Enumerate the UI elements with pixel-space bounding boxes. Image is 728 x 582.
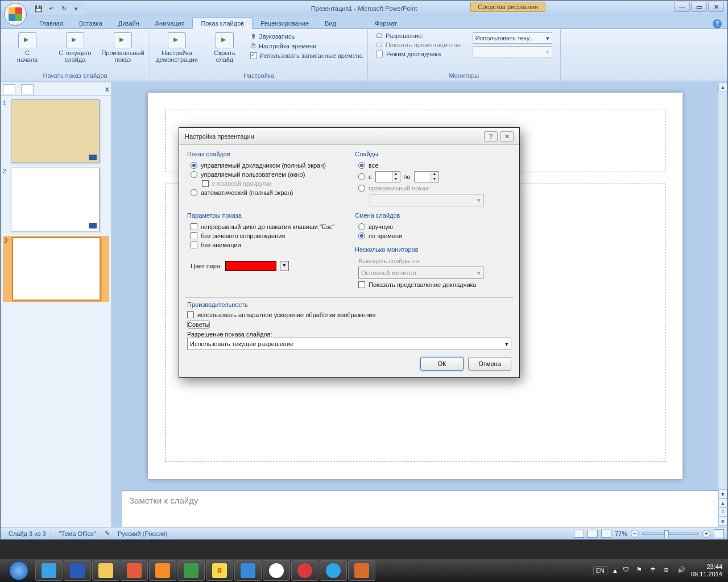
scroll-up-icon[interactable]: ▴ — [718, 82, 727, 92]
taskbar-opera[interactable] — [291, 560, 318, 581]
radio-all-slides[interactable]: все — [355, 161, 511, 170]
tab-format[interactable]: Формат — [367, 18, 405, 28]
radio-browsed[interactable]: управляемый пользователем (окно) — [187, 170, 344, 179]
show-on-dropdown: ▾ — [473, 46, 552, 57]
slideshow-view-button[interactable] — [601, 530, 611, 538]
quick-access-toolbar: 💾 ↶ ↻ ▾ — [29, 2, 86, 15]
start-button[interactable] — [3, 560, 34, 581]
redo-icon[interactable]: ↻ — [59, 3, 69, 14]
outline-tab[interactable] — [21, 84, 34, 94]
tray-antivirus-icon[interactable]: ☂ — [650, 566, 659, 575]
tray-clock[interactable]: 23:4409.11.2014 — [691, 563, 725, 578]
presenter-view-checkbox[interactable]: Режим докладчика — [376, 51, 462, 57]
taskbar-ie[interactable] — [35, 560, 63, 581]
zoom-level[interactable]: 77% — [615, 530, 627, 537]
spellcheck-icon[interactable]: ✎ — [105, 530, 110, 537]
tab-design[interactable]: Дизайн — [110, 18, 147, 28]
custom-show-button[interactable]: Произвольный показ — [101, 31, 145, 72]
help-icon[interactable]: ? — [713, 19, 722, 28]
taskbar-wmp[interactable] — [149, 560, 176, 581]
next-slide-icon[interactable]: ▾ — [718, 517, 727, 526]
language-status[interactable]: Русский (Россия) — [113, 530, 172, 537]
dialog-titlebar[interactable]: Настройка презентации ? ✕ — [179, 128, 519, 145]
use-timings-checkbox[interactable]: Использовать записанные времена — [250, 52, 363, 60]
pen-color-swatch[interactable] — [225, 261, 276, 271]
office-button[interactable] — [4, 3, 27, 26]
language-indicator[interactable]: EN — [593, 566, 607, 575]
taskbar-explorer[interactable] — [92, 560, 119, 581]
dialog-help-button[interactable]: ? — [484, 131, 498, 142]
tab-slideshow[interactable]: Показ слайдов — [192, 17, 253, 29]
radio-range[interactable]: с ▲▼ по ▲▼ — [355, 170, 511, 184]
to-spin[interactable]: ▲▼ — [414, 171, 439, 182]
custom-show-dropdown: ▾ — [370, 194, 483, 206]
taskbar-skype[interactable] — [320, 560, 347, 581]
check-no-animation[interactable]: без анимации — [187, 240, 344, 250]
taskbar-word[interactable] — [64, 560, 91, 581]
radio-kiosk[interactable]: автоматический (полный экран) — [187, 188, 344, 197]
record-narration-button[interactable]: 🎙Звукозапись — [250, 32, 363, 40]
fit-to-window-button[interactable] — [714, 529, 724, 538]
taskbar-app1[interactable] — [121, 560, 148, 581]
zoom-in-button[interactable]: + — [702, 530, 710, 538]
slide-panel: x 1 2 3 — [1, 82, 112, 527]
tips-button[interactable]: Советы — [187, 321, 210, 329]
panel-close-icon[interactable]: x — [105, 85, 109, 93]
check-hw-accel[interactable]: использовать аппаратное ускорение обрабо… — [187, 311, 511, 318]
from-beginning-button[interactable]: С начала — [5, 31, 49, 72]
tab-animation[interactable]: Анимация — [147, 18, 193, 28]
taskbar-powerpoint[interactable] — [348, 560, 375, 581]
maximize-button[interactable]: ▭ — [691, 2, 707, 12]
resolution-dropdown[interactable]: Использовать теку...▾ — [473, 32, 552, 44]
scroll-down-icon[interactable]: ▾ — [718, 489, 727, 498]
minimize-button[interactable]: — — [674, 2, 690, 12]
check-scrollbar: с полосой прокрутки — [187, 179, 344, 188]
sorter-view-button[interactable] — [588, 530, 598, 538]
from-spin[interactable]: ▲▼ — [375, 171, 400, 182]
from-current-button[interactable]: С текущего слайда — [53, 31, 97, 72]
slide-thumb-1[interactable]: 1 — [3, 99, 109, 163]
tray-flag-icon[interactable]: ⚑ — [636, 566, 646, 575]
zoom-out-button[interactable]: − — [631, 530, 639, 538]
taskbar-yandex[interactable]: Я — [206, 560, 233, 581]
undo-icon[interactable]: ↶ — [46, 3, 56, 14]
rehearse-timings-button[interactable]: ⏱Настройка времени — [250, 42, 363, 50]
slide-thumb-2[interactable]: 2 — [3, 168, 109, 231]
normal-view-button[interactable] — [574, 530, 584, 538]
pen-color-dropdown[interactable]: ▾ — [280, 261, 289, 271]
slides-tab[interactable] — [3, 84, 15, 94]
tab-view[interactable]: Вид — [317, 18, 344, 28]
taskbar-app2[interactable] — [234, 560, 262, 581]
taskbar-app3[interactable] — [263, 560, 290, 581]
qat-more-icon[interactable]: ▾ — [71, 3, 81, 14]
check-presenter-view[interactable]: Показать представление докладчика — [355, 280, 511, 289]
setup-show-dialog: Настройка презентации ? ✕ Показ слайдов … — [179, 127, 520, 378]
close-button[interactable]: ✕ — [708, 2, 724, 12]
ok-button[interactable]: ОК — [420, 357, 464, 371]
tab-review[interactable]: Рецензирование — [253, 18, 317, 28]
dialog-close-button[interactable]: ✕ — [500, 131, 514, 142]
setup-show-button[interactable]: Настройка демонстрации — [155, 31, 199, 72]
vertical-scrollbar[interactable]: ▴ ▾ ▴ ≡ ▾ — [718, 82, 727, 527]
taskbar-excel[interactable] — [177, 560, 205, 581]
cancel-button[interactable]: Отмена — [468, 357, 511, 371]
tab-insert[interactable]: Вставка — [71, 18, 110, 28]
tab-home[interactable]: Главная — [31, 18, 71, 28]
group-label-monitors: Мониторы — [373, 72, 556, 80]
radio-timings[interactable]: по времени — [355, 231, 511, 240]
tray-shield-icon[interactable]: 🛡 — [623, 566, 632, 575]
tray-network-icon[interactable]: ⧉ — [664, 566, 673, 575]
tray-volume-icon[interactable]: 🔊 — [677, 566, 686, 575]
notes-pane[interactable]: Заметки к слайду — [122, 490, 718, 527]
radio-presenter[interactable]: управляемый докладчиком (полный экран) — [187, 161, 344, 170]
ribbon-tabs: Главная Вставка Дизайн Анимация Показ сл… — [1, 16, 727, 29]
radio-manual[interactable]: вручную — [355, 222, 511, 231]
show-resolution-dropdown[interactable]: Использовать текущее разрешение▾ — [187, 338, 511, 350]
zoom-slider[interactable] — [642, 533, 699, 535]
hide-slide-button[interactable]: Скрыть слайд — [202, 31, 247, 72]
save-icon[interactable]: 💾 — [34, 3, 44, 14]
slide-thumb-3[interactable]: 3 — [3, 236, 109, 302]
prev-slide-icon[interactable]: ▴ — [718, 498, 727, 508]
check-loop[interactable]: непрерывный цикл до нажатия клавиши "Esc… — [187, 222, 344, 231]
check-no-narration[interactable]: без речевого сопровождения — [187, 231, 344, 240]
